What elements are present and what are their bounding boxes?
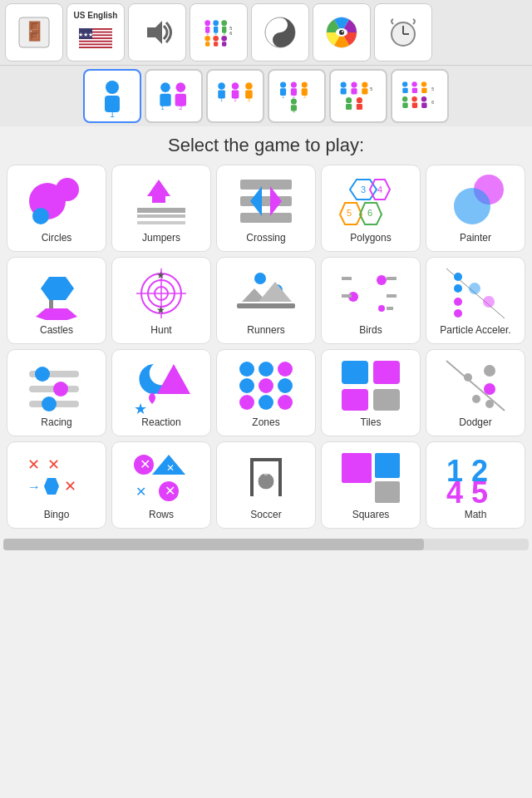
scrollbar[interactable] (3, 539, 529, 550)
game-grid: Circles Jumpers Crossing (0, 161, 532, 532)
svg-rect-7 (79, 42, 112, 43)
game-jumpers[interactable]: Jumpers (111, 165, 211, 252)
game-bingo[interactable]: ✕ ✕ → ✕ Bingo (7, 441, 106, 529)
svg-point-95 (56, 178, 79, 201)
svg-point-23 (213, 36, 219, 42)
game-dodger[interactable]: Dodger (426, 349, 525, 436)
svg-point-80 (402, 81, 407, 86)
svg-rect-81 (402, 87, 407, 92)
color-wheel-button[interactable] (313, 3, 371, 62)
players-icon-button[interactable]: 1 2 3 5 6 (190, 3, 248, 62)
svg-text:1: 1 (282, 93, 284, 98)
circles-icon (23, 172, 90, 230)
hunt-label: Hunt (150, 324, 171, 336)
tiles-label: Tiles (361, 416, 382, 428)
svg-point-170 (484, 383, 495, 395)
svg-text:6: 6 (431, 99, 434, 104)
svg-point-86 (402, 96, 407, 101)
alarm-button[interactable] (374, 3, 432, 62)
svg-rect-193 (342, 453, 372, 483)
player-123-button[interactable]: 1 2 3 (206, 69, 264, 123)
svg-point-88 (411, 96, 416, 101)
game-polygons[interactable]: 3 4 5 6 Polygons (321, 165, 421, 252)
game-particle[interactable]: Particle Acceler. (426, 257, 525, 344)
game-runners[interactable]: Runners (216, 257, 316, 344)
svg-text:4 5: 4 5 (446, 475, 488, 506)
reaction-icon: ★ (128, 357, 195, 415)
game-reaction[interactable]: ★ Reaction (111, 349, 211, 436)
player-123456-button[interactable]: 5 6 (391, 69, 449, 123)
rows-label: Rows (149, 509, 174, 520)
game-rows[interactable]: ✕ ✕ ✕ ✕ Rows (111, 441, 211, 529)
game-castles[interactable]: Castles (7, 257, 106, 344)
player-1234-button[interactable]: 1 2 3 4 (268, 69, 326, 123)
game-tiles[interactable]: Tiles (321, 349, 421, 436)
game-birds[interactable]: Birds (321, 257, 421, 344)
svg-text:✕: ✕ (166, 462, 175, 474)
svg-point-172 (464, 373, 472, 382)
sound-button[interactable] (128, 3, 186, 62)
svg-point-159 (259, 378, 273, 393)
svg-point-169 (484, 365, 495, 377)
svg-marker-97 (147, 180, 170, 196)
svg-point-160 (278, 378, 293, 393)
svg-text:🚪: 🚪 (23, 20, 47, 42)
svg-point-157 (278, 362, 293, 377)
svg-marker-178 (44, 478, 59, 495)
game-soccer[interactable]: Soccer (216, 441, 316, 529)
svg-marker-105 (250, 186, 262, 216)
svg-text:5: 5 (347, 208, 352, 218)
math-icon: 1 2 4 5 (442, 449, 509, 507)
svg-point-21 (204, 36, 210, 42)
svg-point-148 (35, 367, 50, 382)
rows-icon: ✕ ✕ ✕ ✕ (128, 449, 195, 507)
svg-point-141 (454, 273, 462, 281)
circles-label: Circles (42, 232, 72, 244)
svg-rect-194 (375, 453, 400, 478)
svg-rect-99 (137, 208, 185, 213)
player-12345-button[interactable]: 5 (329, 69, 387, 123)
painter-label: Painter (460, 232, 491, 244)
svg-point-173 (472, 395, 480, 403)
svg-rect-129 (237, 303, 295, 308)
language-button[interactable]: US English ★★★ (66, 3, 125, 62)
svg-line-168 (446, 361, 505, 411)
game-racing[interactable]: Racing (7, 349, 106, 436)
exit-button[interactable]: 🚪 (5, 3, 63, 62)
svg-marker-119 (36, 308, 77, 320)
svg-text:★: ★ (134, 401, 147, 414)
game-squares[interactable]: Squares (321, 441, 421, 529)
svg-rect-26 (222, 42, 226, 46)
svg-text:2: 2 (293, 93, 295, 98)
svg-text:✕: ✕ (165, 484, 175, 498)
game-hunt[interactable]: ★ ★ Hunt (111, 257, 211, 344)
player-12-button[interactable]: 1 2 (145, 69, 203, 123)
svg-text:2: 2 (214, 31, 217, 36)
game-painter[interactable]: Painter (426, 165, 525, 252)
svg-text:1: 1 (220, 97, 223, 102)
svg-rect-135 (387, 277, 397, 280)
svg-marker-106 (270, 186, 282, 216)
yin-yang-button[interactable] (251, 3, 309, 62)
svg-rect-83 (412, 87, 417, 92)
game-circles[interactable]: Circles (7, 165, 106, 252)
svg-text:3: 3 (303, 93, 306, 98)
svg-point-127 (254, 273, 266, 284)
svg-point-30 (277, 22, 283, 28)
svg-point-54 (245, 82, 253, 90)
svg-point-82 (411, 81, 416, 86)
player-1-button[interactable]: 1 (83, 69, 141, 123)
crossing-label: Crossing (246, 232, 285, 244)
svg-point-57 (280, 81, 286, 87)
svg-rect-72 (351, 88, 357, 94)
game-crossing[interactable]: Crossing (216, 165, 316, 252)
svg-point-96 (32, 208, 49, 224)
svg-text:6: 6 (229, 31, 232, 36)
game-zones[interactable]: Zones (216, 349, 316, 436)
section-title: Select the game to play: (0, 126, 532, 161)
game-math[interactable]: 1 2 4 5 Math (426, 441, 525, 529)
math-label: Math (465, 509, 487, 520)
svg-text:★: ★ (156, 304, 165, 316)
squares-icon (337, 449, 404, 507)
svg-point-192 (264, 470, 268, 475)
